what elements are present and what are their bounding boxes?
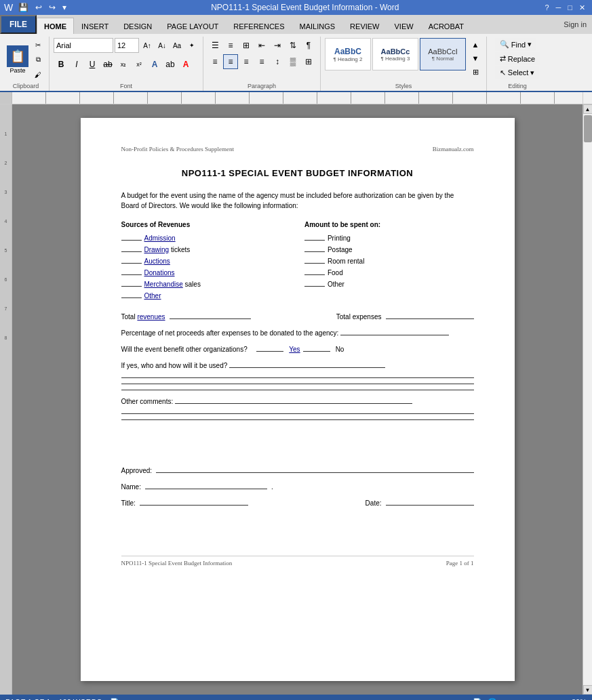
- line-spacing-button[interactable]: ↕: [270, 54, 285, 69]
- heading3-style[interactable]: AaBbCc ¶ Heading 3: [372, 38, 418, 70]
- quick-save[interactable]: 💾: [17, 1, 30, 14]
- subscript-button[interactable]: x₂: [116, 57, 131, 72]
- total-expenses-label: Total expenses: [336, 312, 382, 322]
- percentage-label: Percentage of net proceeds after expense…: [121, 329, 339, 337]
- minimize-btn[interactable]: ─: [553, 3, 564, 12]
- clear-format-button[interactable]: ✦: [185, 39, 199, 52]
- scroll-thumb[interactable]: [584, 115, 592, 142]
- font-name-input[interactable]: [54, 38, 113, 53]
- cut-button[interactable]: ✂: [31, 38, 45, 52]
- styles-group: AaBbC ¶ Heading 2 AaBbCc ¶ Heading 3 AaB…: [321, 37, 487, 91]
- align-right-button[interactable]: ≡: [239, 54, 254, 69]
- tab-design[interactable]: DESIGN: [116, 18, 159, 34]
- status-right: 📄 🌐 ≡ 80%: [473, 698, 587, 701]
- view-print-icon[interactable]: 📄: [473, 698, 482, 701]
- total-expenses-item: Total expenses: [336, 312, 474, 322]
- multilevel-button[interactable]: ⊞: [239, 38, 254, 53]
- heading2-style[interactable]: AaBbC ¶ Heading 2: [325, 38, 371, 70]
- paragraph-label: Paragraph: [248, 81, 276, 89]
- tab-view[interactable]: VIEW: [387, 18, 421, 34]
- name-line: [145, 489, 267, 489]
- justify-button[interactable]: ≡: [254, 54, 269, 69]
- tab-acrobat[interactable]: ACROBAT: [421, 18, 471, 34]
- tab-mailings[interactable]: MAILINGS: [292, 18, 343, 34]
- help-btn[interactable]: ?: [542, 3, 551, 12]
- tab-review[interactable]: REVIEW: [342, 18, 387, 34]
- tab-row: FILE HOME INSERT DESIGN PAGE LAYOUT REFE…: [0, 15, 592, 34]
- align-center-button[interactable]: ≡: [223, 54, 238, 69]
- grow-font-button[interactable]: A↑: [140, 39, 154, 52]
- clipboard-label: Clipboard: [13, 81, 39, 89]
- find-button[interactable]: 🔍 Find ▾: [495, 38, 536, 51]
- if-yes-line: [229, 367, 385, 368]
- increase-indent-button[interactable]: ⇥: [270, 38, 285, 53]
- yes-answer: Yes: [289, 345, 300, 354]
- show-formatting-button[interactable]: ¶: [301, 38, 316, 53]
- sort-button[interactable]: ⇅: [285, 38, 300, 53]
- replace-icon: ⇄: [500, 54, 506, 63]
- paste-label: Paste: [9, 67, 25, 74]
- normal-style[interactable]: AaBbCcI ¶ Normal: [420, 38, 466, 70]
- styles-scroll-down[interactable]: ▼: [469, 52, 482, 65]
- change-case-button[interactable]: Aa: [170, 39, 184, 52]
- bold-button[interactable]: B: [54, 57, 68, 72]
- revenue-item-5: Other: [121, 291, 291, 301]
- if-yes-label: If yes, who and how will it be used?: [121, 362, 228, 369]
- italic-button[interactable]: I: [69, 57, 84, 72]
- scroll-down-button[interactable]: ▼: [583, 685, 593, 695]
- approved-line: [156, 472, 473, 473]
- text-highlight-button[interactable]: ab: [163, 57, 178, 72]
- document-intro: A budget for the event using the name of…: [121, 190, 474, 211]
- footer-right: Page 1 of 1: [446, 559, 474, 568]
- strikethrough-button[interactable]: ab: [100, 57, 115, 72]
- paragraph-group: ☰ ≡ ⊞ ⇤ ⇥ ⇅ ¶ ≡ ≡ ≡ ≡ ↕ ▒ ⊞ Paragraph: [203, 37, 321, 91]
- borders-button[interactable]: ⊞: [301, 54, 316, 69]
- bullets-button[interactable]: ☰: [208, 38, 222, 53]
- select-button[interactable]: ↖ Select ▾: [495, 66, 540, 79]
- tab-references[interactable]: REFERENCES: [226, 18, 292, 34]
- styles-more[interactable]: ⊞: [469, 65, 482, 79]
- status-bar: PAGE 1 OF 1 120 WORDS 📄 📄 🌐 ≡ 80%: [0, 695, 592, 700]
- sign-in-link[interactable]: Sign in: [558, 18, 592, 31]
- paste-button[interactable]: 📋 Paste: [7, 45, 28, 74]
- font-color-button[interactable]: A: [178, 57, 193, 72]
- comments-row: Other comments:: [121, 397, 474, 407]
- shrink-font-button[interactable]: A↓: [155, 39, 169, 52]
- text-effects-button[interactable]: A: [147, 57, 162, 72]
- numbering-button[interactable]: ≡: [223, 38, 238, 53]
- styles-scroll-up[interactable]: ▲: [469, 38, 482, 52]
- page-indicator-icon: 📄: [110, 698, 119, 701]
- align-left-button[interactable]: ≡: [208, 54, 222, 69]
- expense-item-1: Postage: [304, 245, 474, 255]
- tab-file[interactable]: FILE: [0, 15, 37, 34]
- quick-redo[interactable]: ↪: [47, 1, 57, 14]
- total-revenues-label: Total revenues: [121, 312, 165, 322]
- revenue-item-1: Drawing tickets: [121, 245, 291, 255]
- underline-button[interactable]: U: [85, 57, 100, 72]
- replace-button[interactable]: ⇄ Replace: [495, 52, 540, 65]
- scroll-up-button[interactable]: ▲: [583, 104, 593, 114]
- font-size-input[interactable]: [115, 38, 139, 53]
- close-btn[interactable]: ✕: [576, 3, 588, 12]
- revenue-item-2: Auctions: [121, 257, 291, 266]
- quick-undo[interactable]: ↩: [34, 1, 43, 14]
- format-painter-button[interactable]: 🖌: [31, 68, 45, 81]
- date-line: [386, 505, 474, 506]
- quick-more[interactable]: ▾: [61, 1, 68, 14]
- decrease-indent-button[interactable]: ⇤: [254, 38, 269, 53]
- copy-button[interactable]: ⧉: [31, 53, 45, 66]
- header-right: Bizmanualz.com: [433, 145, 474, 154]
- expense-item-3: Food: [304, 268, 474, 278]
- percentage-row: Percentage of net proceeds after expense…: [121, 329, 474, 338]
- document-title: NPO111-1 SPECIAL EVENT BUDGET INFORMATIO…: [121, 167, 474, 180]
- tab-pagelayout[interactable]: PAGE LAYOUT: [159, 18, 226, 34]
- tab-insert[interactable]: INSERT: [74, 18, 116, 34]
- maximize-btn[interactable]: □: [565, 3, 575, 12]
- percentage-line: [340, 335, 449, 335]
- view-web-icon[interactable]: 🌐: [488, 698, 497, 701]
- shading-button[interactable]: ▒: [285, 54, 300, 69]
- tab-home[interactable]: HOME: [37, 18, 74, 34]
- superscript-button[interactable]: x²: [132, 57, 146, 72]
- page-area[interactable]: Non-Profit Policies & Procedures Supplem…: [12, 104, 583, 695]
- revenue-item-3: Donations: [121, 268, 291, 278]
